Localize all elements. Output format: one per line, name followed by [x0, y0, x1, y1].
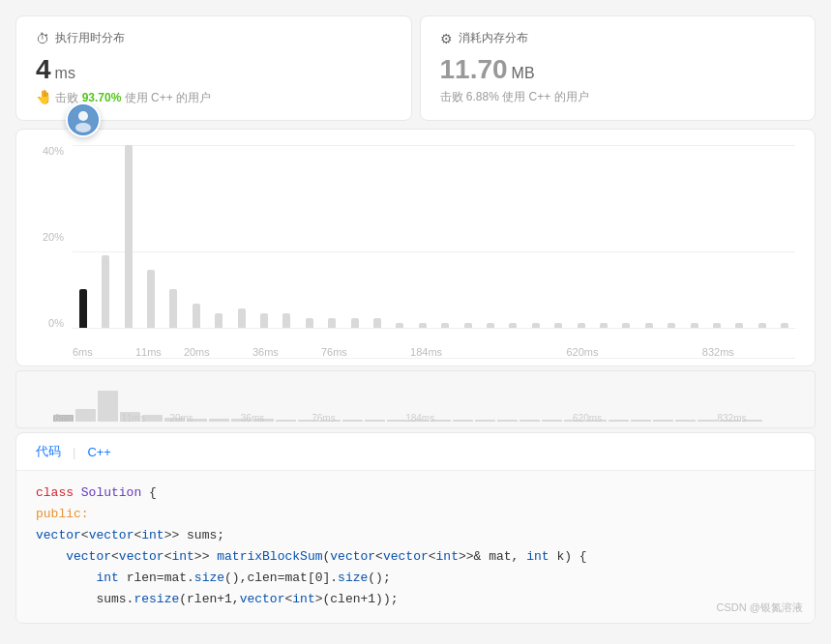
x-label-2	[115, 346, 134, 358]
bar-group-13	[367, 145, 387, 328]
bar-group-0	[73, 145, 93, 328]
bar-group-18	[480, 145, 500, 328]
bar-16	[441, 323, 449, 328]
x-label-8: 36ms	[252, 346, 279, 358]
x-axis: 6ms11ms20ms36ms76ms184ms620ms832ms	[73, 346, 795, 358]
bar-group-21	[549, 145, 569, 328]
mini-x-label-3: 11ms	[121, 413, 144, 424]
bar-group-3	[140, 145, 161, 328]
mini-x-label-11: 76ms	[312, 413, 335, 424]
bar-1	[102, 255, 109, 328]
x-label-13	[370, 346, 388, 358]
bar-14	[396, 323, 403, 328]
code-token: >(clen+1));	[315, 592, 399, 606]
code-token: <	[429, 549, 436, 564]
bar-group-19	[503, 145, 523, 328]
bar-17	[464, 323, 472, 328]
tab-code[interactable]: 代码	[32, 441, 65, 462]
mem-stat-card: ⚙ 消耗内存分布 11.70MB 击败 6.88% 使用 C++ 的用户	[420, 15, 816, 121]
x-label-0: 6ms	[73, 346, 93, 358]
x-label-29	[736, 346, 755, 358]
code-line-5: sums.resize(rlen+1,vector<int>(clen+1));	[36, 589, 795, 610]
bar-group-20	[525, 145, 546, 328]
code-token: int	[141, 528, 163, 542]
code-body: class Solution {public:vector<vector<int…	[16, 471, 815, 623]
code-token: size	[194, 571, 224, 585]
y-label-0: 0%	[48, 317, 64, 329]
mem-number: 11.70	[440, 54, 508, 84]
x-label-25	[641, 346, 660, 358]
bar-15	[419, 323, 427, 328]
bar-9	[282, 313, 290, 328]
mini-x-label-20	[527, 413, 548, 424]
bar-group-25	[638, 145, 659, 328]
x-label-18	[485, 346, 503, 358]
code-token: int	[171, 549, 193, 564]
svg-point-2	[75, 123, 91, 132]
bar-8	[260, 313, 268, 328]
mini-chart: 6ms11ms20ms36ms76ms184ms620ms832ms	[15, 370, 816, 428]
x-label-16	[444, 346, 462, 358]
mini-x-label-6	[195, 413, 216, 424]
bar-22	[578, 323, 585, 328]
bar-group-12	[344, 145, 365, 328]
x-label-7	[232, 346, 251, 358]
code-token: >>	[194, 549, 217, 564]
time-value: 4ms	[36, 54, 392, 85]
mini-x-label-27	[695, 413, 715, 424]
mini-x-label-18	[482, 413, 502, 424]
mini-x-label-7	[218, 413, 238, 424]
mini-x-label-28: 832ms	[718, 413, 747, 424]
code-token: size	[338, 571, 368, 585]
x-label-1	[95, 346, 113, 358]
bar-31	[781, 323, 788, 328]
mini-x-label-4	[147, 413, 167, 424]
bar-group-8	[253, 145, 274, 328]
mini-x-label-22: 620ms	[573, 413, 602, 424]
mini-x-label-16	[436, 413, 457, 424]
bar-group-7	[231, 145, 252, 328]
x-label-21	[546, 346, 564, 358]
mini-x-label-14	[383, 413, 403, 424]
stats-row: ⏱ 执行用时分布 4ms 🤚 击败 93.70% 使用 C++ 的用户 ⚙ 消耗…	[12, 12, 819, 125]
tab-cpp[interactable]: C++	[83, 443, 115, 461]
code-token: rlen=mat.	[119, 571, 194, 585]
mini-x-label-1	[75, 413, 96, 424]
bar-11	[328, 318, 336, 328]
code-token: int	[292, 592, 314, 606]
code-token: ();	[368, 571, 390, 585]
x-label-14	[390, 346, 408, 358]
mini-x-label-26	[672, 413, 693, 424]
x-label-4	[163, 346, 182, 358]
y-axis: 40% 20% 0%	[36, 145, 70, 329]
mini-x-label-25	[649, 413, 669, 424]
bar-group-22	[571, 145, 591, 328]
bar-group-26	[662, 145, 682, 328]
code-token: (rlen+1,	[179, 592, 239, 606]
bar-group-2	[118, 145, 138, 328]
x-label-24	[621, 346, 639, 358]
code-token: k) {	[549, 549, 587, 564]
code-token: ,	[512, 549, 527, 564]
code-token: (),clen=mat[0].	[224, 571, 338, 585]
bar-26	[668, 323, 675, 328]
x-label-20	[525, 346, 544, 358]
code-line-4: int rlen=mat.size(),clen=mat[0].size();	[36, 568, 795, 589]
code-token: matrixBlockSum	[217, 549, 322, 564]
code-token: vector	[330, 549, 375, 564]
bar-13	[373, 318, 381, 328]
bar-12	[351, 318, 359, 328]
mem-unit: MB	[512, 65, 535, 81]
code-token: >>&	[459, 549, 481, 564]
bar-group-9	[277, 145, 297, 328]
tab-separator: |	[73, 445, 75, 459]
x-label-19	[505, 346, 523, 358]
code-token: >> sums;	[164, 528, 224, 542]
avatar-marker	[66, 102, 101, 137]
x-label-11: 76ms	[321, 346, 347, 358]
bar-27	[691, 323, 698, 328]
code-token: int	[36, 571, 119, 585]
mini-x-label-29	[749, 413, 769, 424]
bar-group-17	[458, 145, 478, 328]
bar-23	[600, 323, 608, 328]
